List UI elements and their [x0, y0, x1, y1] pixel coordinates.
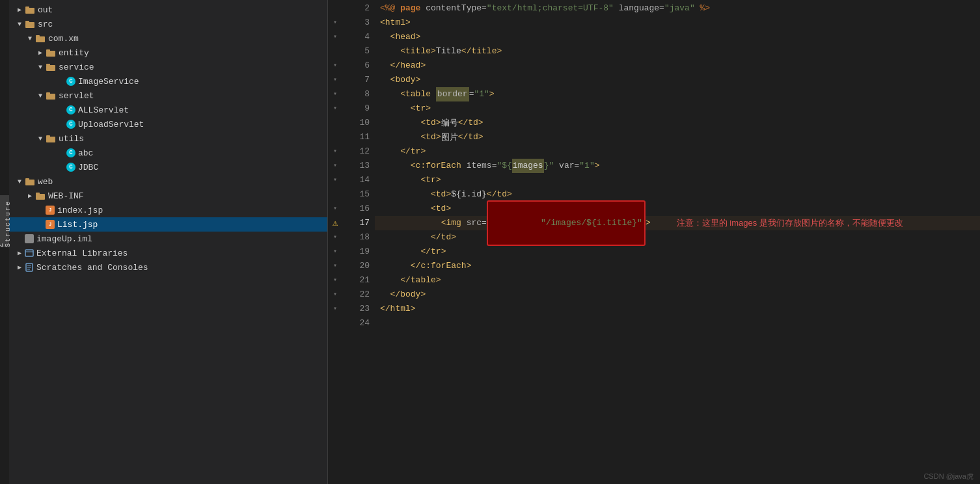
code-token: [380, 73, 390, 87]
code-line-18: </td>: [375, 230, 980, 245]
code-token: [380, 130, 420, 144]
gutter-12[interactable]: ▾: [328, 144, 342, 159]
code-token: >: [489, 87, 495, 101]
code-token: ${i.id}: [451, 187, 487, 202]
code-line-21: </table>: [375, 273, 980, 288]
folder-icon-entity: [46, 47, 56, 58]
annotation-note: 注意：这里的 images 是我们存放图片的名称，不能随便更改: [677, 216, 903, 230]
tree-item-indexjsp[interactable]: J index.jsp: [9, 203, 327, 217]
jsp-icon-indexjsp: J: [46, 206, 55, 215]
tree-item-imageservice[interactable]: C ImageService: [9, 74, 327, 88]
gutter-24: [328, 316, 342, 330]
z-structure-tab[interactable]: Z Structure: [0, 195, 9, 247]
tree-item-imageupiml[interactable]: imageUp.iml: [9, 232, 327, 246]
tree-item-jdbc[interactable]: C JDBC: [9, 160, 327, 174]
code-line-20: </c:forEach>: [375, 259, 980, 273]
gutter-16[interactable]: ▾: [328, 202, 342, 216]
gutter-6[interactable]: ▾: [328, 59, 342, 73]
gutter-8[interactable]: ▾: [328, 87, 342, 101]
tree-label-service: service: [59, 62, 94, 72]
tree-item-servlet[interactable]: servlet: [9, 88, 327, 103]
leaf-abc: [56, 148, 66, 158]
gutter-18[interactable]: ▾: [328, 230, 342, 245]
tree-label-indexjsp: index.jsp: [57, 206, 103, 215]
code-token: 图片: [441, 130, 458, 144]
tree-label-web: web: [38, 177, 53, 187]
code-token: [380, 44, 400, 59]
gutter-3[interactable]: ▾: [328, 16, 342, 30]
gutter-21[interactable]: ▾: [328, 273, 342, 288]
tree-label-scratches: Scratches and Consoles: [36, 263, 148, 273]
gutter-19[interactable]: ▾: [328, 245, 342, 259]
code-line-22: </body>: [375, 288, 980, 302]
code-token: <img: [441, 216, 467, 230]
svg-rect-14: [25, 180, 34, 185]
svg-rect-11: [46, 92, 50, 94]
code-line-8: <table border = "1" >: [375, 87, 980, 101]
tree-item-src[interactable]: src: [9, 17, 327, 31]
linenum-5: 5: [342, 44, 370, 59]
tree-label-abc: abc: [78, 148, 93, 158]
gutter-17: ⚠: [328, 216, 342, 230]
tree-item-web[interactable]: web: [9, 174, 327, 189]
code-content[interactable]: <%@ page contentType="text/html;charset=…: [375, 0, 980, 484]
linenum-16: 16: [342, 202, 370, 216]
tree-item-entity[interactable]: entity: [9, 46, 327, 60]
gutter-9[interactable]: ▾: [328, 101, 342, 116]
tree-item-comxm[interactable]: com.xm: [9, 31, 327, 46]
code-token: [380, 30, 390, 44]
tree-label-entity: entity: [59, 48, 89, 58]
gutter-23[interactable]: ▾: [328, 302, 342, 316]
linenum-15: 15: [342, 187, 370, 202]
iml-icon-imageupiml: [25, 234, 34, 243]
code-token: src=: [467, 216, 487, 230]
tree-label-allservlet: ALLServlet: [78, 105, 129, 115]
gutter-20[interactable]: ▾: [328, 259, 342, 273]
code-line-7: <body>: [375, 73, 980, 87]
gutter-5: [328, 44, 342, 59]
gutter-7[interactable]: ▾: [328, 73, 342, 87]
code-line-16: <td>: [375, 202, 980, 216]
gutter-13[interactable]: ▾: [328, 159, 342, 173]
code-token: "1": [474, 87, 489, 101]
linenum-3: 3: [342, 16, 370, 30]
gutter-14[interactable]: ▾: [328, 173, 342, 187]
svg-rect-17: [36, 193, 40, 195]
line-numbers: 2 3 4 5 6 7 8 9 10 11 12 13 14 15 16 17 …: [342, 0, 375, 484]
code-token: "i": [579, 159, 594, 173]
tree-item-utils[interactable]: utils: [9, 131, 327, 146]
linenum-24: 24: [342, 316, 370, 330]
fold-icon-18: ▾: [333, 230, 337, 245]
tree-item-webinf[interactable]: WEB-INF: [9, 189, 327, 203]
tree-label-imageupiml: imageUp.iml: [36, 234, 92, 244]
code-container: ▾ ▾ ▾ ▾ ▾ ▾ ▾ ▾ ▾ ▾: [328, 0, 980, 484]
tree-item-listjsp[interactable]: J List.jsp: [9, 217, 327, 232]
tree-label-listjsp: List.jsp: [57, 220, 98, 230]
code-line-12: </tr>: [375, 144, 980, 159]
fold-icon-8: ▾: [333, 87, 337, 101]
code-token: >: [646, 216, 651, 230]
tree-item-service[interactable]: service: [9, 60, 327, 74]
code-line-9: <tr>: [375, 101, 980, 116]
gutter-11: [328, 130, 342, 144]
leaf-imageservice: [56, 76, 66, 87]
fold-icon-14: ▾: [333, 173, 337, 187]
code-token: [380, 288, 390, 302]
file-tree-panel: out src com.xm entity service: [9, 0, 328, 484]
tree-item-out[interactable]: out: [9, 3, 327, 17]
code-token: "text/html;charset=UTF-8": [487, 1, 614, 16]
linenum-14: 14: [342, 173, 370, 187]
z-structure-label: Z Structure: [0, 195, 12, 247]
gutter-4[interactable]: ▾: [328, 30, 342, 44]
tree-item-extlibs[interactable]: External Libraries: [9, 246, 327, 260]
tree-item-abc[interactable]: C abc: [9, 146, 327, 160]
tree-item-uploadservlet[interactable]: C UploadServlet: [9, 117, 327, 131]
gutter-10: [328, 116, 342, 130]
gutter-22[interactable]: ▾: [328, 288, 342, 302]
svg-rect-16: [36, 194, 45, 200]
tree-item-scratches[interactable]: Scratches and Consoles: [9, 260, 327, 275]
code-line-14: <tr>: [375, 173, 980, 187]
tree-item-allservlet[interactable]: C ALLServlet: [9, 103, 327, 117]
code-token: <: [380, 16, 385, 30]
code-token: <td>: [420, 130, 441, 144]
